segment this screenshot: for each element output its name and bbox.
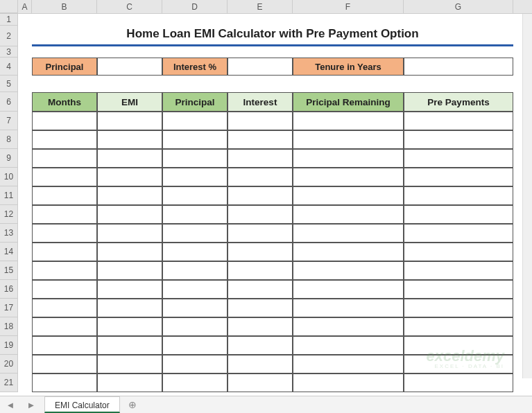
cell[interactable]: [228, 205, 293, 224]
sheet-tab-active[interactable]: EMI Calculator: [44, 396, 120, 413]
row-header-19[interactable]: 19: [0, 336, 18, 355]
cell[interactable]: [162, 317, 228, 336]
cell[interactable]: [97, 280, 162, 299]
cell[interactable]: [32, 186, 97, 205]
cell[interactable]: [404, 299, 513, 317]
row-header-18[interactable]: 18: [0, 317, 18, 336]
cell[interactable]: [228, 280, 293, 299]
cell[interactable]: [404, 261, 513, 280]
cell[interactable]: [293, 261, 404, 280]
cell[interactable]: [162, 280, 228, 299]
cell[interactable]: [228, 112, 293, 130]
cell[interactable]: [228, 355, 293, 374]
tenure-input[interactable]: [404, 58, 513, 76]
cell[interactable]: [162, 130, 228, 149]
row-header-21[interactable]: 21: [0, 374, 18, 392]
cell[interactable]: [97, 112, 162, 130]
cell[interactable]: [293, 317, 404, 336]
cell[interactable]: [32, 355, 97, 374]
row-header-8[interactable]: 8: [0, 130, 18, 149]
cell[interactable]: [32, 224, 97, 243]
select-all-corner[interactable]: [0, 0, 18, 13]
col-header-F[interactable]: F: [293, 0, 404, 13]
cell[interactable]: [404, 112, 513, 130]
cell[interactable]: [228, 261, 293, 280]
cell[interactable]: [404, 355, 513, 374]
col-header-A[interactable]: A: [18, 0, 32, 13]
cell[interactable]: [97, 261, 162, 280]
col-header-E[interactable]: E: [228, 0, 293, 13]
cell[interactable]: [97, 336, 162, 355]
interest-input[interactable]: [228, 58, 293, 76]
cell[interactable]: [97, 317, 162, 336]
row-header-4[interactable]: 4: [0, 58, 18, 76]
row-header-9[interactable]: 9: [0, 149, 18, 168]
col-header-D[interactable]: D: [162, 0, 228, 13]
row-header-5[interactable]: 5: [0, 76, 18, 92]
row-header-16[interactable]: 16: [0, 280, 18, 299]
principal-input[interactable]: [97, 58, 162, 76]
cell[interactable]: [97, 186, 162, 205]
cell[interactable]: [97, 374, 162, 392]
cell[interactable]: [162, 355, 228, 374]
cell[interactable]: [97, 168, 162, 186]
cell[interactable]: [228, 149, 293, 168]
cell[interactable]: [404, 374, 513, 392]
cell[interactable]: [293, 186, 404, 205]
cell[interactable]: [32, 299, 97, 317]
cell[interactable]: [404, 130, 513, 149]
cell[interactable]: [228, 224, 293, 243]
cell[interactable]: [32, 317, 97, 336]
cell[interactable]: [293, 130, 404, 149]
cell[interactable]: [162, 243, 228, 261]
cell[interactable]: [228, 168, 293, 186]
cell[interactable]: [97, 149, 162, 168]
col-header-C[interactable]: C: [97, 0, 162, 13]
cell[interactable]: [32, 280, 97, 299]
cell[interactable]: [293, 205, 404, 224]
row-header-12[interactable]: 12: [0, 205, 18, 224]
cell[interactable]: [404, 224, 513, 243]
cell[interactable]: [404, 280, 513, 299]
cell[interactable]: [293, 168, 404, 186]
row-header-14[interactable]: 14: [0, 243, 18, 261]
cell[interactable]: [32, 112, 97, 130]
cell[interactable]: [228, 130, 293, 149]
cell[interactable]: [293, 299, 404, 317]
row-header-17[interactable]: 17: [0, 299, 18, 317]
row-header-13[interactable]: 13: [0, 224, 18, 243]
cell[interactable]: [162, 336, 228, 355]
cell[interactable]: [293, 224, 404, 243]
cell[interactable]: [228, 336, 293, 355]
cell[interactable]: [32, 261, 97, 280]
cell[interactable]: [162, 224, 228, 243]
cell[interactable]: [32, 149, 97, 168]
cell[interactable]: [162, 186, 228, 205]
cell[interactable]: [404, 317, 513, 336]
cell[interactable]: [32, 336, 97, 355]
row-header-20[interactable]: 20: [0, 355, 18, 374]
row-header-10[interactable]: 10: [0, 168, 18, 186]
cell[interactable]: [97, 243, 162, 261]
cell[interactable]: [97, 130, 162, 149]
cell[interactable]: [293, 243, 404, 261]
cell[interactable]: [293, 280, 404, 299]
cell[interactable]: [32, 243, 97, 261]
cell[interactable]: [228, 317, 293, 336]
cell[interactable]: [97, 355, 162, 374]
cell[interactable]: [97, 224, 162, 243]
cell[interactable]: [404, 243, 513, 261]
row-header-3[interactable]: 3: [0, 46, 18, 58]
cell[interactable]: [32, 374, 97, 392]
cell[interactable]: [293, 355, 404, 374]
cell[interactable]: [228, 299, 293, 317]
row-header-11[interactable]: 11: [0, 186, 18, 205]
tab-prev-icon[interactable]: ◄: [6, 400, 15, 410]
cell[interactable]: [162, 168, 228, 186]
cell[interactable]: [162, 112, 228, 130]
cell[interactable]: [97, 299, 162, 317]
cell[interactable]: [162, 374, 228, 392]
row-header-7[interactable]: 7: [0, 112, 18, 130]
cell[interactable]: [228, 374, 293, 392]
cell[interactable]: [293, 336, 404, 355]
